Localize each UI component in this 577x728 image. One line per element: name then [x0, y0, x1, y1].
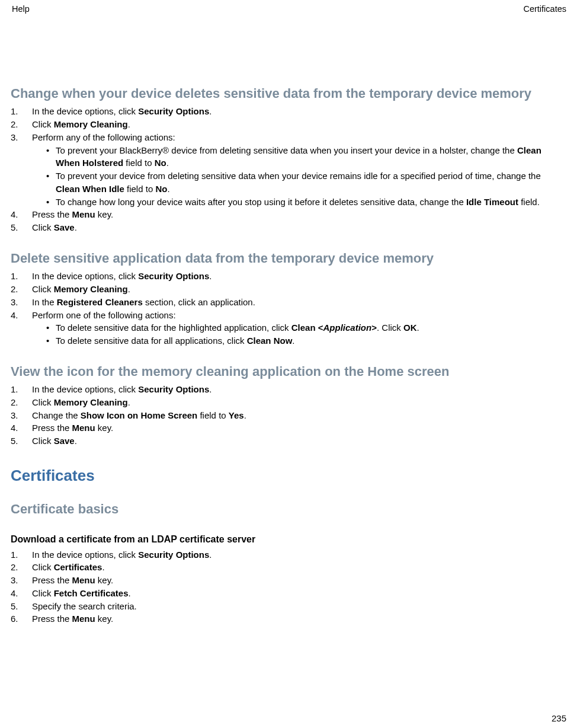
step-item: Specify the search criteria.: [11, 600, 566, 613]
step-item: Click Memory Cleaning.: [11, 118, 566, 131]
step-item: Perform one of the following actions:To …: [11, 309, 566, 347]
bullet-list: To prevent your BlackBerry® device from …: [32, 144, 566, 209]
section: Delete sensitive application data from t…: [11, 251, 566, 347]
section: View the icon for the memory cleaning ap…: [11, 364, 566, 448]
step-item: Change the Show Icon on Home Screen fiel…: [11, 409, 566, 422]
section: Certificates: [11, 467, 566, 485]
step-item: Press the Menu key.: [11, 208, 566, 221]
step-list: In the device options, click Security Op…: [11, 383, 566, 448]
step-item: Perform any of the following actions:To …: [11, 131, 566, 209]
section-heading: Certificate basics: [11, 502, 566, 517]
page-content: Change when your device deletes sensitiv…: [11, 14, 566, 625]
step-item: Click Certificates.: [11, 561, 566, 574]
step-list: In the device options, click Security Op…: [11, 105, 566, 234]
section: Download a certificate from an LDAP cert…: [11, 534, 566, 626]
step-item: In the device options, click Security Op…: [11, 270, 566, 283]
header-left: Help: [12, 4, 30, 14]
step-list: In the device options, click Security Op…: [11, 270, 566, 347]
bullet-item: To prevent your device from deleting sen…: [46, 170, 566, 196]
section: Change when your device deletes sensitiv…: [11, 86, 566, 234]
section-heading: Change when your device deletes sensitiv…: [11, 86, 566, 101]
page: Help Certificates Change when your devic…: [0, 0, 577, 728]
section-heading: Certificates: [11, 467, 566, 485]
bullet-item: To delete sensitive data for all applica…: [46, 334, 566, 347]
bullet-list: To delete sensitive data for the highlig…: [32, 321, 566, 347]
section: Certificate basics: [11, 502, 566, 517]
section-heading: Download a certificate from an LDAP cert…: [11, 534, 566, 545]
bullet-item: To change how long your device waits aft…: [46, 196, 566, 209]
step-item: In the device options, click Security Op…: [11, 105, 566, 118]
step-item: Press the Menu key.: [11, 612, 566, 625]
header-right: Certificates: [523, 4, 566, 14]
step-item: Press the Menu key.: [11, 422, 566, 435]
step-item: In the Registered Cleaners section, clic…: [11, 296, 566, 309]
section-heading: Delete sensitive application data from t…: [11, 251, 566, 266]
bullet-item: To prevent your BlackBerry® device from …: [46, 144, 566, 170]
bullet-item: To delete sensitive data for the highlig…: [46, 321, 566, 334]
step-item: Click Fetch Certificates.: [11, 587, 566, 600]
section-heading: View the icon for the memory cleaning ap…: [11, 364, 566, 379]
step-item: In the device options, click Security Op…: [11, 383, 566, 396]
page-header: Help Certificates: [11, 4, 566, 14]
step-item: Click Memory Cleaning.: [11, 283, 566, 296]
step-item: Click Save.: [11, 435, 566, 448]
step-item: Click Save.: [11, 221, 566, 234]
step-item: Click Memory Cleaning.: [11, 396, 566, 409]
step-list: In the device options, click Security Op…: [11, 548, 566, 626]
step-item: In the device options, click Security Op…: [11, 548, 566, 561]
page-number: 235: [552, 713, 566, 723]
step-item: Press the Menu key.: [11, 574, 566, 587]
